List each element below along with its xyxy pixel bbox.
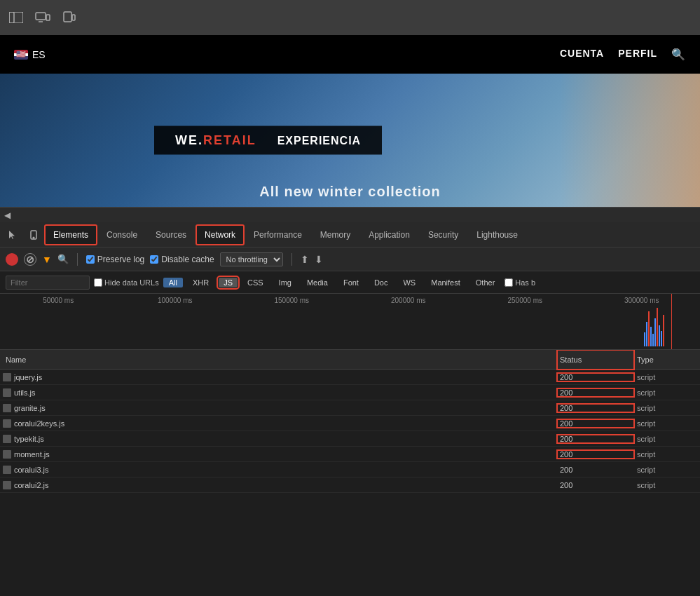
svg-marker-7: [9, 231, 15, 239]
col-header-name: Name: [3, 355, 557, 364]
filter-media-btn[interactable]: Media: [301, 278, 334, 287]
table-row[interactable]: utils.js 200 script: [0, 385, 700, 400]
responsive-icon[interactable]: [62, 10, 77, 25]
file-icon: [3, 419, 11, 428]
tab-network[interactable]: Network: [196, 225, 244, 245]
col-header-type: Type: [634, 355, 697, 364]
row-type-7: script: [634, 481, 697, 489]
hero-text-overlay: All new winter collection: [259, 184, 440, 200]
file-icon: [3, 404, 11, 412]
svg-rect-1: [9, 12, 14, 23]
filter-all-btn[interactable]: All: [163, 278, 183, 287]
svg-rect-6: [72, 15, 75, 20]
preserve-log-checkbox[interactable]: Preserve log: [86, 255, 144, 264]
has-blocked-checkbox[interactable]: Has b: [505, 278, 535, 287]
filter-img-btn[interactable]: Img: [273, 278, 297, 287]
filter-xhr-btn[interactable]: XHR: [187, 278, 214, 287]
throttling-select[interactable]: No throttling: [220, 252, 283, 266]
file-icon: [3, 481, 11, 489]
bar-3: [648, 311, 650, 346]
row-type-5: script: [634, 450, 697, 459]
row-status-7: 200: [557, 481, 634, 489]
table-row[interactable]: coralui3.js 200 script: [0, 462, 700, 478]
file-icon: [3, 435, 11, 443]
hero-subtitle: EXPERIENCIA: [277, 134, 361, 147]
row-status-4: 200: [557, 435, 634, 443]
table-row[interactable]: moment.js 200 script: [0, 447, 700, 462]
tab-sources[interactable]: Sources: [147, 225, 195, 245]
filter-input[interactable]: [6, 276, 90, 290]
record-button[interactable]: [6, 253, 18, 266]
row-name-4: typekit.js: [3, 435, 557, 443]
row-status-1: 200: [557, 388, 634, 397]
cursor-icon[interactable]: [3, 225, 22, 245]
scroll-indicator: ◀: [0, 207, 700, 222]
row-type-4: script: [634, 435, 697, 443]
filter-ws-btn[interactable]: WS: [397, 278, 421, 287]
tab-lighthouse[interactable]: Lighthouse: [468, 225, 526, 245]
download-icon[interactable]: ⬇: [315, 254, 323, 265]
row-name-7: coralui2.js: [3, 481, 557, 489]
search-icon[interactable]: 🔍: [57, 254, 69, 264]
devtools-toolbar: ⊘ ▼ 🔍 Preserve log Disable cache No thro…: [0, 248, 700, 271]
row-name-5: moment.js: [3, 450, 557, 459]
timeline: 50000 ms 100000 ms 150000 ms 200000 ms 2…: [0, 294, 700, 350]
filter-js-btn[interactable]: JS: [219, 278, 238, 287]
layout-icon[interactable]: [8, 10, 24, 25]
table-body: jquery.js 200 script utils.js 200 script…: [0, 370, 700, 493]
bar-6: [654, 318, 656, 346]
table-row[interactable]: coralui2keys.js 200 script: [0, 416, 700, 431]
row-name-0: jquery.js: [3, 373, 557, 381]
nav-cuenta[interactable]: CUENTA: [560, 48, 604, 61]
devtools-tabs: Elements Console Sources Network Perform…: [0, 222, 700, 248]
tab-elements[interactable]: Elements: [45, 225, 97, 245]
bar-5: [652, 334, 654, 346]
upload-icon[interactable]: ⬆: [301, 254, 309, 265]
filter-icon[interactable]: ▼: [42, 254, 52, 265]
stop-button[interactable]: ⊘: [24, 253, 36, 266]
bar-8: [659, 325, 660, 346]
filter-css-btn[interactable]: CSS: [242, 278, 269, 287]
filter-other-btn[interactable]: Other: [470, 278, 501, 287]
table-header: Name Status Type: [0, 350, 700, 370]
filter-font-btn[interactable]: Font: [338, 278, 364, 287]
row-name-1: utils.js: [3, 388, 557, 397]
tab-memory[interactable]: Memory: [312, 225, 359, 245]
table-row[interactable]: granite.js 200 script: [0, 400, 700, 416]
table-row[interactable]: jquery.js 200 script: [0, 370, 700, 385]
devices-icon[interactable]: [35, 10, 50, 25]
filter-manifest-btn[interactable]: Manifest: [425, 278, 466, 287]
flag-icon: 🇺🇸: [14, 50, 28, 60]
tab-performance[interactable]: Performance: [245, 225, 310, 245]
file-icon: [3, 373, 11, 381]
top-toolbar: [0, 0, 700, 35]
tab-application[interactable]: Application: [360, 225, 418, 245]
bar-7: [657, 308, 658, 346]
col-header-status: Status: [557, 350, 634, 370]
filter-doc-btn[interactable]: Doc: [369, 278, 394, 287]
row-status-6: 200: [557, 466, 634, 474]
hide-data-urls-checkbox[interactable]: Hide data URLs: [94, 278, 159, 287]
row-status-2: 200: [557, 404, 634, 412]
svg-point-9: [33, 237, 34, 238]
timeline-label-1: 50000 ms: [0, 297, 117, 304]
timeline-bars: [644, 304, 686, 346]
mobile-icon[interactable]: [24, 225, 43, 245]
nav-perfil[interactable]: PERFIL: [618, 48, 657, 61]
brand-name: WE.RETAIL: [175, 133, 256, 148]
timeline-label-6: 300000 ms: [584, 297, 701, 304]
file-icon: [3, 450, 11, 459]
tab-console[interactable]: Console: [98, 225, 146, 245]
bar-4: [650, 327, 652, 346]
nav-search-icon[interactable]: 🔍: [671, 48, 686, 61]
disable-cache-checkbox[interactable]: Disable cache: [150, 255, 214, 264]
table-row[interactable]: coralui2.js 200 script: [0, 478, 700, 493]
lang-label: ES: [32, 49, 46, 60]
scroll-left-icon[interactable]: ◀: [4, 210, 11, 220]
table-row[interactable]: typekit.js 200 script: [0, 431, 700, 447]
row-name-3: coralui2keys.js: [3, 419, 557, 428]
tab-security[interactable]: Security: [420, 225, 467, 245]
row-type-6: script: [634, 466, 697, 474]
file-icon: [3, 466, 11, 474]
row-status-0: 200: [557, 373, 634, 381]
